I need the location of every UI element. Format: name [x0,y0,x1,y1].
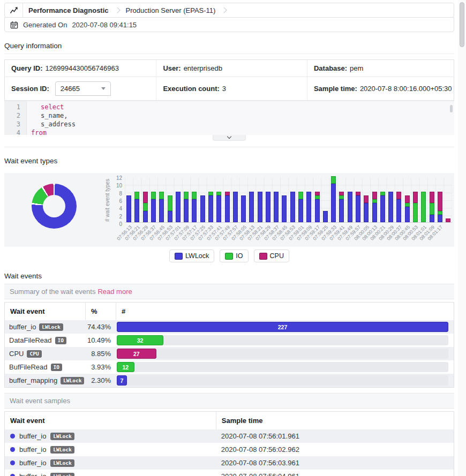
legend-item-io[interactable]: IO [220,250,248,262]
sql-line-number: 1 [4,103,20,111]
breadcrumb-item-performance-diagnostic[interactable]: Performance Diagnostic [23,6,114,14]
sql-editor[interactable]: 1select2s_name,3s_address4from [4,101,454,135]
sample-event-badge: LWLock [50,446,74,454]
wait-event-count-cell: 32 [116,335,454,345]
bar-group[interactable] [289,192,297,222]
breadcrumb: Performance Diagnostic Production Server… [4,3,454,18]
bar-group[interactable] [264,192,272,222]
bar-group[interactable] [247,192,255,222]
bar-group[interactable] [346,192,354,222]
legend-item-cpu[interactable]: CPU [254,250,289,262]
bar-segment-lwlock [282,195,287,222]
bar-group[interactable] [149,192,157,222]
bar-group[interactable] [337,192,345,222]
bar-group[interactable] [395,192,403,222]
bar-group[interactable] [199,195,207,222]
bar-group[interactable] [427,192,435,222]
bar-group[interactable] [411,192,419,222]
bar-group[interactable] [174,192,182,222]
bar-group[interactable] [256,192,264,222]
bar-group[interactable] [379,192,387,222]
bar-segment-cpu [315,192,320,195]
y-tick-label: 6 [119,198,122,204]
breadcrumb-item-server[interactable]: Production Server (EPAS-11) [121,6,221,14]
bar-group[interactable] [297,192,305,222]
bar-segment-lwlock [225,195,230,222]
bar-group[interactable] [215,192,223,222]
bar-segment-io [184,192,189,199]
bar-group[interactable] [403,195,411,222]
wait-event-name: CPU [9,350,24,358]
legend-item-lwlock[interactable]: LWLock [169,250,214,262]
bar-segment-lwlock [290,192,295,222]
read-more-link[interactable]: Read more [97,288,132,296]
wait-event-name-cell: buffer_mappingLWLock [5,376,85,384]
bar-group[interactable] [362,195,370,222]
wait-event-type-badge: IO [55,337,66,344]
event-type-dot [10,460,15,465]
page-scrollbar-thumb[interactable] [460,2,464,47]
bar-group[interactable] [190,192,198,222]
bar-group[interactable] [305,192,313,222]
bar-segment-lwlock [380,195,385,222]
bar-group[interactable] [387,192,395,222]
line-chart-icon [5,3,23,17]
bar-segment-lwlock [258,192,262,222]
session-id-label: Session ID: [11,85,49,93]
bar-chart-wrap: # wait event types 121086420 07:56:1307:… [104,173,454,247]
bar-group[interactable] [436,192,444,222]
bar-chart-bars [125,178,452,222]
bar-group[interactable] [272,192,280,222]
session-id-dropdown[interactable]: 24665 [55,81,111,96]
bar-segment-io [413,203,418,222]
bar-segment-lwlock [192,199,197,222]
event-type-dot [10,447,15,452]
wait-event-count-cell: 7 [116,375,454,386]
bar-segment-lwlock [176,192,181,222]
bar-group[interactable] [321,211,329,223]
bar-group[interactable] [419,192,427,222]
sample-event-cell: buffer_ioLWLock [5,432,216,440]
sql-line: 3s_address [4,120,454,129]
wait-event-name: DataFileRead [9,336,52,344]
summary-row: buffer_mappingLWLock2.30%7 [5,374,454,387]
col-count: # [116,303,454,320]
bar-group[interactable] [207,192,215,222]
bar-segment-lwlock [323,211,328,223]
bar-segment-lwlock [315,199,320,222]
bar-group[interactable] [133,192,141,222]
sample-event-name: buffer_io [19,445,46,454]
y-tick-label: 10 [116,183,122,188]
count-bar-fill: 27 [117,349,156,359]
bar-group[interactable] [182,192,190,222]
chevron-right-icon [114,7,120,13]
bar-group[interactable] [444,218,452,222]
bar-group[interactable] [157,192,166,222]
bar-group[interactable] [329,176,337,222]
bar-segment-lwlock [356,195,360,222]
bar-group[interactable] [280,195,288,222]
wait-event-name-cell: CPUCPU [5,350,85,358]
bar-group[interactable] [370,192,378,222]
bar-group[interactable] [141,192,149,222]
wait-event-type-badge: LWLock [39,323,63,331]
summary-row: buffer_ioLWLock74.43%227 [5,320,454,334]
bar-group[interactable] [354,192,362,222]
bar-segment-lwlock [143,211,148,223]
expand-sql-button[interactable] [213,135,246,141]
bar-group[interactable] [239,195,247,222]
bar-group[interactable] [166,195,174,222]
x-tick [444,223,452,247]
wait-event-types-donut-chart[interactable] [32,184,77,229]
bar-segment-io [134,192,139,199]
sample-time: 2020-07-08 07:56:01.961 [216,432,454,440]
page-scrollbar [458,0,466,476]
y-tick-label: 0 [119,221,122,227]
sql-scrollbar-thumb[interactable] [450,105,453,112]
bar-group[interactable] [125,195,133,222]
summary-row: CPUCPU8.85%27 [5,347,454,360]
bar-segment-lwlock [249,192,254,222]
bar-group[interactable] [231,192,239,222]
bar-group[interactable] [313,192,321,222]
bar-group[interactable] [223,192,231,222]
